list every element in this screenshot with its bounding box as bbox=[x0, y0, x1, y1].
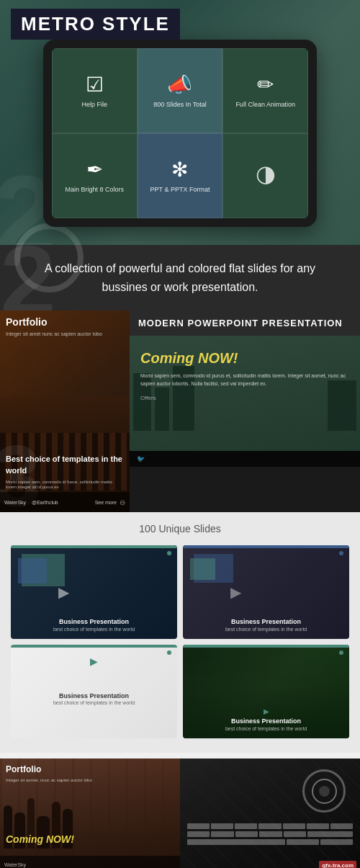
key bbox=[258, 823, 281, 829]
slides-grid: ▶ Business Presentation best choice of t… bbox=[0, 545, 360, 738]
portfolio-right: MODERN POWERPOINT PRESENTATION Coming NO… bbox=[130, 310, 360, 512]
slide-thumb-2: ▶ Business Presentation best choice of t… bbox=[183, 545, 349, 639]
key bbox=[235, 831, 258, 837]
metro-header: METRO STYLE 2 ☑ Help File 📣 800 Slides I… bbox=[0, 0, 360, 245]
gfx-watermark: gfx-tra.com bbox=[319, 861, 356, 868]
bottom-right: gfx-tra.com bbox=[180, 759, 360, 868]
megaphone-icon: 📣 bbox=[167, 73, 192, 97]
tablet-cell-extra: ◑ bbox=[222, 133, 308, 218]
key bbox=[259, 831, 282, 837]
key bbox=[330, 823, 353, 829]
bottom-label: Portfolio bbox=[6, 764, 41, 774]
bottom-coming: Coming NOW! bbox=[6, 833, 74, 845]
twitter-icon: 🐦 bbox=[137, 455, 145, 462]
footer-left: 🐦 bbox=[137, 455, 145, 462]
coming-now-label: Coming NOW! bbox=[140, 350, 349, 367]
portfolio-label: Portfolio bbox=[6, 316, 48, 328]
key bbox=[211, 831, 233, 837]
slide-thumb-3: ▶ Business Presentation best choice of t… bbox=[11, 645, 177, 738]
keyboard-visual bbox=[187, 823, 353, 859]
tablet-cell-slides: 📣 800 Slides In Total bbox=[138, 48, 223, 133]
slide-subtitle-1: best choice of templates in the world bbox=[19, 627, 168, 632]
unique-slides-section: 100 Unique Slides ▶ Business Presentatio… bbox=[0, 512, 360, 753]
slide-content-2: Business Presentation best choice of tem… bbox=[183, 545, 349, 639]
slide-title-3: Business Presentation bbox=[59, 692, 129, 701]
portfolio-right-footer: 🐦 bbox=[130, 451, 360, 467]
slide-content-3: Business Presentation best choice of tem… bbox=[11, 645, 177, 738]
key-row-3 bbox=[187, 839, 353, 845]
tablet-screen: ☑ Help File 📣 800 Slides In Total ✏ Full… bbox=[52, 48, 308, 218]
asterisk-icon: ✻ bbox=[171, 158, 188, 182]
slide-title-4: Business Presentation bbox=[192, 717, 341, 726]
footer-seemore: See more bbox=[95, 500, 117, 505]
description-text: A collection of powerful and colored fla… bbox=[22, 259, 338, 296]
key bbox=[187, 831, 210, 837]
key bbox=[287, 839, 319, 845]
metro-title: METRO STYLE bbox=[11, 9, 180, 40]
circle-icon: ◑ bbox=[256, 160, 276, 187]
portfolio-section: 3 Portfolio Integer sit amet nunc ac sap… bbox=[0, 310, 360, 512]
key bbox=[283, 823, 305, 829]
slide-title-2: Business Presentation bbox=[192, 618, 341, 627]
footer-earthclub: @Earthclub bbox=[32, 500, 58, 505]
slide-content-1: Business Presentation best choice of tem… bbox=[11, 545, 177, 639]
offers-label: Offers bbox=[140, 395, 349, 401]
key-row-2 bbox=[187, 831, 353, 837]
bar-footer: WaterSky @Earthclub See more ⊖ bbox=[0, 492, 130, 512]
unique-slides-title: 100 Unique Slides bbox=[0, 523, 360, 534]
bottom-footer-bar: WaterSky bbox=[0, 856, 180, 868]
portfolio-body-text: Integer sit amet nunc ac sapien auctor l… bbox=[6, 331, 124, 338]
pencil-icon: ✏ bbox=[257, 73, 274, 97]
description-section: 2 A collection of powerful and colored f… bbox=[0, 245, 360, 310]
slide-title-1: Business Presentation bbox=[19, 618, 168, 627]
coming-now-body: Morbi sapien sem, commodo id purus et, s… bbox=[140, 372, 349, 388]
tablet-mockup: ☑ Help File 📣 800 Slides In Total ✏ Full… bbox=[43, 40, 317, 227]
key-row-1 bbox=[187, 823, 353, 829]
key bbox=[307, 823, 329, 829]
bottom-left: Portfolio Integer sit aomet, nunc ac sap… bbox=[0, 759, 180, 868]
bar-small-text: Morbi sapien sem, commodo id fusce, soll… bbox=[6, 480, 124, 491]
modern-pp-title: MODERN POWERPOINT PRESENTATION bbox=[130, 310, 360, 336]
check-icon: ☑ bbox=[86, 73, 104, 97]
key bbox=[187, 823, 210, 829]
footer-watsky: WaterSky bbox=[4, 500, 26, 505]
key bbox=[284, 831, 306, 837]
key bbox=[307, 831, 353, 837]
portfolio-left: 3 Portfolio Integer sit amet nunc ac sap… bbox=[0, 310, 130, 512]
tablet-cell-animation: ✏ Full Clean Animation bbox=[222, 48, 308, 133]
slide-logo-4: ▶ bbox=[192, 707, 341, 715]
key bbox=[235, 823, 257, 829]
camera-icon bbox=[302, 769, 346, 813]
slide-subtitle-4: best choice of templates in the world bbox=[192, 726, 341, 731]
footer-minus-icon: ⊖ bbox=[120, 498, 125, 506]
brush-icon: ✒ bbox=[86, 158, 103, 182]
slide-content-4: ▶ Business Presentation best choice of t… bbox=[183, 645, 349, 738]
slide-thumb-4: ▶ Business Presentation best choice of t… bbox=[183, 645, 349, 738]
key bbox=[187, 839, 285, 845]
bottom-footer-text: WaterSky bbox=[4, 862, 26, 867]
bar-overlay-text: Best choice of templates in the world bbox=[6, 454, 124, 476]
key bbox=[211, 823, 233, 829]
tablet-cell-format: ✻ PPT & PPTX Format bbox=[138, 133, 223, 218]
tablet-cell-colors: ✒ Main Bright 8 Colors bbox=[52, 133, 138, 218]
coming-now-section: Coming NOW! Morbi sapien sem, commodo id… bbox=[130, 336, 360, 451]
tablet-cell-help: ☑ Help File bbox=[52, 48, 138, 133]
slide-subtitle-3: best choice of templates in the world bbox=[53, 700, 135, 705]
slide-subtitle-2: best choice of templates in the world bbox=[192, 627, 341, 632]
slide-thumb-1: ▶ Business Presentation best choice of t… bbox=[11, 545, 177, 639]
bottom-section: Portfolio Integer sit aomet, nunc ac sap… bbox=[0, 759, 360, 868]
bottom-body: Integer sit aomet, nunc ac sapien auctor… bbox=[6, 777, 174, 783]
key bbox=[320, 839, 353, 845]
